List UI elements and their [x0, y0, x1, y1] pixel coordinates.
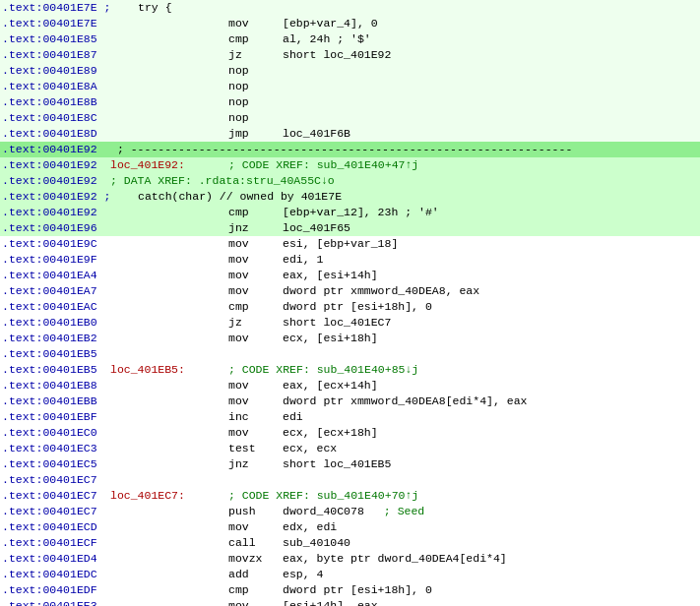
line-mnemonic: inc	[228, 409, 283, 425]
table-row[interactable]: .text:00401E87jzshort loc_401E92	[0, 47, 700, 63]
line-address: .text:00401E92	[2, 157, 110, 173]
line-mnemonic: nop	[228, 110, 283, 126]
table-row[interactable]: .text:00401E8Anop	[0, 79, 700, 94]
line-address: .text:00401EB5	[2, 346, 110, 362]
table-row[interactable]: .text:00401EB5loc_401EB5:; CODE XREF: su…	[0, 362, 700, 378]
table-row[interactable]: .text:00401E89nop	[0, 63, 700, 79]
table-row[interactable]: .text:00401E9Cmovesi, [ebp+var_18]	[0, 236, 700, 252]
line-address: .text:00401EB8	[2, 378, 110, 394]
line-address: .text:00401EB0	[2, 315, 110, 331]
table-row[interactable]: .text:00401EDFcmpdword ptr [esi+18h], 0	[0, 582, 700, 598]
table-row[interactable]: .text:00401E92 ; catch(char) // owned by…	[0, 189, 700, 205]
table-row[interactable]: .text:00401EDCaddesp, 4	[0, 567, 700, 582]
line-mnemonic: mov	[228, 236, 283, 252]
line-address: .text:00401EC5	[2, 456, 110, 472]
line-mnemonic: jmp	[228, 126, 283, 142]
line-mnemonic: add	[228, 567, 283, 582]
table-row[interactable]: .text:00401EA7movdword ptr xmmword_40DEA…	[0, 283, 700, 299]
line-operands: dword_40C078	[283, 504, 364, 519]
table-row[interactable]: .text:00401EC7pushdword_40C078; Seed	[0, 504, 700, 519]
line-address: .text:00401EC7	[2, 472, 110, 488]
line-operands: al, 24h ; '$'	[283, 31, 371, 47]
line-mnemonic: jnz	[228, 456, 283, 472]
line-operands: sub_401040	[283, 535, 350, 551]
table-row[interactable]: .text:00401EC7	[0, 472, 700, 488]
table-row[interactable]: .text:00401EBFincedi	[0, 409, 700, 425]
line-address: .text:00401ECD	[2, 519, 110, 535]
table-row[interactable]: .text:00401ECDmovedx, edi	[0, 519, 700, 535]
table-row[interactable]: .text:00401EC0movecx, [ecx+18h]	[0, 425, 700, 441]
table-row[interactable]: .text:00401EB8moveax, [ecx+14h]	[0, 378, 700, 394]
line-operands: eax, [esi+14h]	[283, 268, 378, 283]
lines-container: .text:00401E7E ; try {.text:00401E7Emov[…	[0, 0, 700, 606]
line-operands: [esi+14h], eax	[283, 598, 378, 606]
table-row[interactable]: .text:00401E92; DATA XREF: .rdata:stru_4…	[0, 173, 700, 189]
line-address: .text:00401E92 ;	[2, 189, 110, 205]
line-mnemonic: nop	[228, 79, 283, 94]
line-address: .text:00401E85	[2, 31, 110, 47]
line-operands: short loc_401EC7	[283, 315, 391, 331]
line-mnemonic: cmp	[228, 31, 283, 47]
line-operands: short loc_401EB5	[283, 456, 391, 472]
table-row[interactable]: .text:00401ED4movzxeax, byte ptr dword_4…	[0, 551, 700, 567]
table-row[interactable]: .text:00401EB0jzshort loc_401EC7	[0, 315, 700, 331]
line-mnemonic: jz	[228, 47, 283, 63]
line-rest: try {	[110, 0, 171, 16]
line-comment: ; DATA XREF: .rdata:stru_40A55C↓o	[110, 173, 335, 189]
line-address: .text:00401E92	[2, 142, 110, 157]
line-mnemonic: jz	[228, 315, 283, 331]
line-comment: ; CODE XREF: sub_401E40+85↓j	[228, 362, 418, 378]
table-row[interactable]: .text:00401EB2movecx, [esi+18h]	[0, 331, 700, 346]
line-address: .text:00401EDF	[2, 582, 110, 598]
table-row[interactable]: .text:00401EACcmpdword ptr [esi+18h], 0	[0, 299, 700, 315]
table-row[interactable]: .text:00401E7Emov[ebp+var_4], 0	[0, 16, 700, 31]
table-row[interactable]: .text:00401E8Bnop	[0, 94, 700, 110]
line-mnemonic: push	[228, 504, 283, 519]
line-operands: edi	[283, 409, 303, 425]
line-mnemonic: test	[228, 441, 283, 456]
line-mnemonic: mov	[228, 394, 283, 409]
table-row[interactable]: .text:00401E85cmpal, 24h ; '$'	[0, 31, 700, 47]
table-row[interactable]: .text:00401EA4moveax, [esi+14h]	[0, 268, 700, 283]
line-mnemonic: cmp	[228, 582, 283, 598]
table-row[interactable]: .text:00401E96jnzloc_401F65	[0, 220, 700, 236]
table-row[interactable]: .text:00401EB5	[0, 346, 700, 362]
line-operands: loc_401F6B	[283, 126, 350, 142]
line-mnemonic: mov	[228, 283, 283, 299]
table-row[interactable]: .text:00401E8Cnop	[0, 110, 700, 126]
line-address: .text:00401E96	[2, 220, 110, 236]
table-row[interactable]: .text:00401E8Djmploc_401F6B	[0, 126, 700, 142]
table-row[interactable]: .text:00401ECFcallsub_401040	[0, 535, 700, 551]
line-mnemonic: nop	[228, 94, 283, 110]
table-row[interactable]: .text:00401E9Fmovedi, 1	[0, 252, 700, 268]
table-row[interactable]: .text:00401EE3mov[esi+14h], eax	[0, 598, 700, 606]
table-row[interactable]: .text:00401EC5jnzshort loc_401EB5	[0, 456, 700, 472]
table-row[interactable]: .text:00401EBBmovdword ptr xmmword_40DEA…	[0, 394, 700, 409]
line-address: .text:00401EDC	[2, 567, 110, 582]
line-mnemonic: nop	[228, 63, 283, 79]
line-operands: ecx, [ecx+18h]	[283, 425, 378, 441]
line-mnemonic: cmp	[228, 299, 283, 315]
line-operands: dword ptr xmmword_40DEA8, eax	[283, 283, 479, 299]
line-operands: [ebp+var_4], 0	[283, 16, 378, 31]
line-operands: dword ptr [esi+18h], 0	[283, 582, 432, 598]
line-address: .text:00401E87	[2, 47, 110, 63]
line-address: .text:00401E92	[2, 205, 110, 220]
line-address: .text:00401E89	[2, 63, 110, 79]
line-mnemonic: mov	[228, 425, 283, 441]
line-mnemonic: mov	[228, 16, 283, 31]
table-row[interactable]: .text:00401E7E ; try {	[0, 0, 700, 16]
table-row[interactable]: .text:00401EC7loc_401EC7:; CODE XREF: su…	[0, 488, 700, 504]
table-row[interactable]: .text:00401E92loc_401E92:; CODE XREF: su…	[0, 157, 700, 173]
line-operands: dword ptr [esi+18h], 0	[283, 299, 432, 315]
table-row[interactable]: .text:00401E92 ; -----------------------…	[0, 142, 700, 157]
line-rest: ; --------------------------------------…	[110, 142, 572, 157]
table-row[interactable]: .text:00401E92cmp[ebp+var_12], 23h ; '#'	[0, 205, 700, 220]
line-address: .text:00401EE3	[2, 598, 110, 606]
line-address: .text:00401EC7	[2, 488, 110, 504]
line-label: loc_401EC7:	[110, 488, 228, 504]
table-row[interactable]: .text:00401EC3testecx, ecx	[0, 441, 700, 456]
line-operands: eax, byte ptr dword_40DEA4[edi*4]	[283, 551, 507, 567]
line-mnemonic: movzx	[228, 551, 283, 567]
line-mnemonic: jnz	[228, 220, 283, 236]
